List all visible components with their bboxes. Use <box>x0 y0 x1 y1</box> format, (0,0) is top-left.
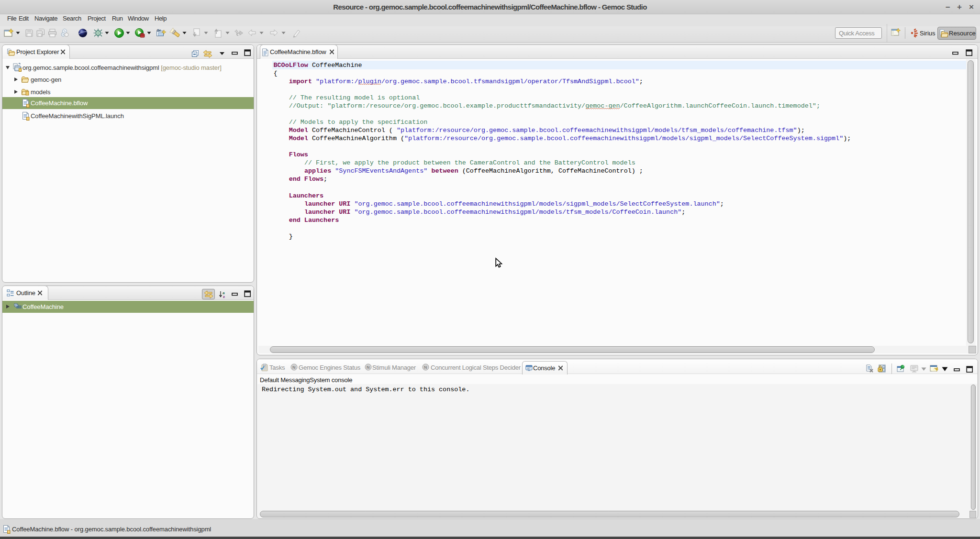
svg-text:N: N <box>424 365 427 370</box>
svg-text:N: N <box>367 365 370 370</box>
svg-text:z: z <box>223 294 225 299</box>
svg-text:N: N <box>292 365 296 370</box>
svg-text:Gr: Gr <box>157 28 161 33</box>
